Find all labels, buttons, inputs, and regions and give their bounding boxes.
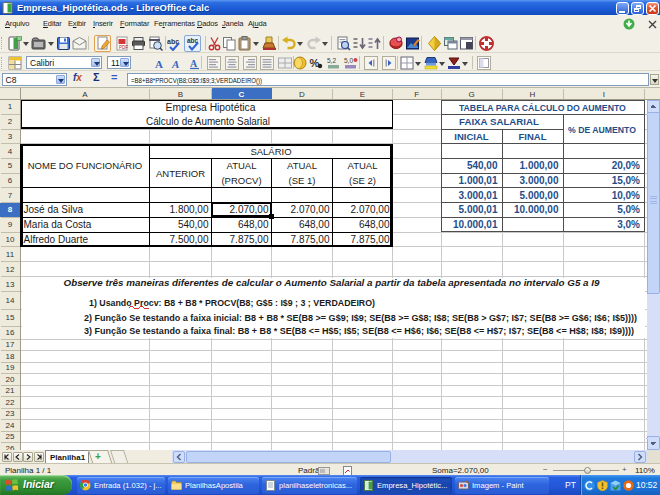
svg-text:2) Função Se testando a faixa: 2) Função Se testando a faixa inicial: B… — [84, 313, 637, 323]
svg-text:648,00: 648,00 — [238, 219, 269, 230]
svg-text:25: 25 — [6, 432, 15, 441]
svg-text:22: 22 — [6, 398, 15, 407]
svg-text:14: 14 — [6, 296, 15, 305]
svg-text:D: D — [299, 90, 305, 99]
svg-text:1: 1 — [8, 102, 13, 111]
svg-text:8: 8 — [8, 205, 13, 214]
svg-text:10.000,00: 10.000,00 — [514, 204, 559, 215]
svg-text:5.000,01: 5.000,01 — [459, 204, 498, 215]
svg-text:B: B — [178, 90, 183, 99]
svg-text:NOME DO FUNCIONÁRIO: NOME DO FUNCIONÁRIO — [28, 160, 143, 171]
svg-text:7.875,00: 7.875,00 — [351, 234, 390, 245]
svg-text:20,0%: 20,0% — [612, 160, 640, 171]
svg-text:3) Função Se testando a faixa: 3) Função Se testando a faixa final: B8 … — [84, 326, 634, 336]
svg-text:ANTERIOR: ANTERIOR — [156, 168, 205, 179]
svg-text:1.000,00: 1.000,00 — [520, 160, 559, 171]
svg-text:Cálculo de Aumento Salarial: Cálculo de Aumento Salarial — [146, 116, 270, 127]
svg-text:7.875,00: 7.875,00 — [291, 234, 330, 245]
svg-text:FINAL: FINAL — [519, 131, 547, 142]
svg-text:1) Usando Procv: B8 + B8 * PR: 1) Usando Procv: B8 + B8 * PROCV(B8; G$5… — [89, 298, 375, 308]
svg-text:A: A — [171, 57, 179, 69]
svg-text:=B8+B8*PROCV(B8;G$5:I$9;3;VERD: =B8+B8*PROCV(B8;G$5:I$9;3;VERDADEIRO()) — [131, 75, 262, 84]
svg-text:A: A — [155, 57, 163, 69]
svg-text:G: G — [468, 90, 474, 99]
svg-text:5,2: 5,2 — [327, 57, 336, 64]
svg-text:ATUAL: ATUAL — [287, 160, 317, 171]
svg-text:15: 15 — [6, 313, 15, 322]
svg-text:2.070,00: 2.070,00 — [230, 204, 269, 215]
svg-text:20: 20 — [6, 375, 15, 384]
svg-text:(SE 2): (SE 2) — [349, 175, 376, 186]
svg-text:10.000,01: 10.000,01 — [453, 219, 498, 230]
svg-text:1.000,01: 1.000,01 — [459, 175, 498, 186]
svg-text:(SE 1): (SE 1) — [289, 175, 316, 186]
svg-text:17: 17 — [6, 340, 15, 349]
svg-text:16: 16 — [6, 328, 15, 337]
svg-text:4: 4 — [8, 147, 13, 156]
svg-text:1.800,00: 1.800,00 — [170, 204, 209, 215]
svg-text:5,0%: 5,0% — [617, 204, 640, 215]
svg-text:648,00: 648,00 — [299, 219, 330, 230]
svg-text:18: 18 — [6, 352, 15, 361]
svg-text:% DE AUMENTO: % DE AUMENTO — [568, 124, 636, 135]
svg-text:F: F — [414, 90, 419, 99]
svg-text:540,00: 540,00 — [178, 219, 209, 230]
svg-text:SALÁRIO: SALÁRIO — [250, 146, 291, 157]
svg-text:10,0%: 10,0% — [612, 190, 640, 201]
svg-text:2.070,00: 2.070,00 — [291, 204, 330, 215]
svg-text:21: 21 — [6, 386, 15, 395]
svg-text:13: 13 — [6, 280, 15, 289]
svg-text:648,00: 648,00 — [359, 219, 390, 230]
svg-text:7: 7 — [8, 191, 13, 200]
svg-text:19: 19 — [6, 363, 15, 372]
svg-text:10: 10 — [6, 235, 15, 244]
svg-text:A: A — [82, 90, 88, 99]
svg-text:3,0%: 3,0% — [617, 219, 640, 230]
svg-text:7.500,00: 7.500,00 — [170, 234, 209, 245]
svg-text:2.070,00: 2.070,00 — [351, 204, 390, 215]
svg-text:TABELA PARA CÁLCULO DO AUMENTO: TABELA PARA CÁLCULO DO AUMENTO — [459, 102, 626, 113]
svg-text:Empresa Hipotética: Empresa Hipotética — [166, 102, 256, 113]
svg-text:3.000,01: 3.000,01 — [459, 190, 498, 201]
svg-text:9: 9 — [8, 220, 13, 229]
svg-text:24: 24 — [6, 421, 15, 430]
svg-text:5: 5 — [8, 161, 13, 170]
svg-text:5,0: 5,0 — [344, 57, 353, 64]
svg-text:ATUAL: ATUAL — [348, 160, 378, 171]
svg-text:5.000,00: 5.000,00 — [520, 190, 559, 201]
svg-text:(PROCV): (PROCV) — [221, 175, 261, 186]
svg-text:6: 6 — [8, 176, 13, 185]
svg-text:15,0%: 15,0% — [612, 175, 640, 186]
svg-text:A: A — [190, 57, 198, 68]
svg-text:PDF: PDF — [119, 45, 128, 50]
svg-text:23: 23 — [6, 409, 15, 418]
svg-text:José da Silva: José da Silva — [24, 204, 84, 215]
svg-text:Alfredo Duarte: Alfredo Duarte — [24, 234, 89, 245]
svg-text:2: 2 — [8, 117, 13, 126]
svg-text:E: E — [360, 90, 365, 99]
svg-text:INICIAL: INICIAL — [454, 131, 489, 142]
svg-text:7.875,00: 7.875,00 — [230, 234, 269, 245]
svg-text:C: C — [239, 90, 245, 99]
svg-text:ATUAL: ATUAL — [227, 160, 257, 171]
svg-text:%: % — [310, 57, 320, 69]
svg-text:3: 3 — [8, 132, 13, 141]
svg-text:H: H — [530, 90, 536, 99]
svg-text:3.000,00: 3.000,00 — [520, 175, 559, 186]
svg-text:Maria da Costa: Maria da Costa — [24, 219, 92, 230]
svg-text:Observe três maneiras diferent: Observe três maneiras diferentes de calc… — [64, 277, 601, 288]
svg-text:I: I — [603, 90, 605, 99]
svg-text:12: 12 — [6, 265, 15, 274]
svg-text:11: 11 — [6, 250, 15, 259]
svg-text:540,00: 540,00 — [467, 160, 498, 171]
svg-text:FAIXA SALARIAL: FAIXA SALARIAL — [459, 116, 539, 127]
